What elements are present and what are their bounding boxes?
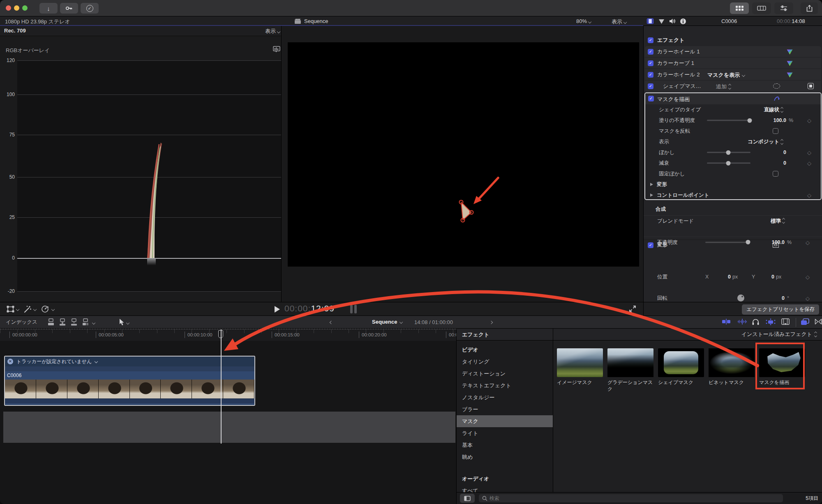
viewer-title[interactable]: Sequence [304,18,328,24]
param-control-points-disclosure[interactable]: コントロールポイント ◇ [645,190,821,200]
timeline-ruler[interactable]: 00:00:00:00 00:00:05:00 00:00:10:00 00:0… [0,329,456,341]
chevron-right-icon[interactable] [490,321,493,324]
mask-add-menu[interactable]: 追加 [716,83,731,90]
falloff-slider[interactable] [707,163,750,164]
insert-clip-icon[interactable] [59,318,66,327]
chevron-down-icon[interactable] [95,360,98,363]
checkbox-checked[interactable]: ✓ [648,83,653,89]
transitions-browser-toggle[interactable] [815,318,822,326]
keyword-editor-button[interactable] [60,3,78,14]
save-effects-preset-button[interactable]: エフェクトプリセットを保存 [742,304,819,315]
installed-effects-menu[interactable]: インストール済みエフェクト [553,329,822,341]
checkbox-checked[interactable]: ✓ [648,49,653,55]
category-text-effects[interactable]: テキストエフェクト [457,380,553,391]
solo-headphones-icon[interactable] [752,318,760,327]
keyframe-diamond-icon[interactable]: ◇ [807,160,811,166]
close-icon[interactable]: ✕ [7,359,13,364]
browser-view-button[interactable] [730,2,749,14]
tracker-banner[interactable]: ✕ トラッカーが設定されていません [5,357,254,366]
feather-slider[interactable] [707,152,750,153]
import-media-button[interactable]: ↓ [39,3,58,14]
timeline-gap-band[interactable] [3,412,455,443]
chevron-down-icon[interactable] [126,321,129,324]
category-distortion[interactable]: ディストーション [457,368,553,380]
position-y-field[interactable]: 0 [757,274,774,280]
category-audio[interactable]: オーディオ [457,473,553,485]
filmstrip-view-button[interactable] [752,2,771,14]
select-tool-icon[interactable] [118,318,125,327]
keyframe-diamond-icon[interactable]: ◇ [807,150,811,156]
checkbox-checked[interactable]: ✓ [648,60,653,66]
info-inspector-icon[interactable] [680,18,686,26]
append-clip-icon[interactable] [70,318,78,327]
audio-inspector-icon[interactable] [669,18,676,25]
disclosure-triangle-icon[interactable] [650,193,653,197]
category-light[interactable]: ライト [457,427,553,439]
category-blur[interactable]: ブラー [457,403,553,415]
keyframe-diamond-icon[interactable]: ◇ [807,117,811,124]
chevron-down-icon[interactable] [33,308,37,311]
effect-row-shape-mask[interactable]: ✓ シェイプマス… 追加 [645,81,821,92]
effect-vignette-mask[interactable] [709,348,755,377]
checkbox-unchecked[interactable] [773,128,778,134]
expand-viewer-icon[interactable] [629,305,636,314]
category-tiling[interactable]: タイリング [457,356,553,368]
transform-onscreen-icon[interactable] [773,242,779,248]
category-masks-selected[interactable]: マスク [457,415,553,427]
color-inspector-icon[interactable] [658,18,665,25]
keyframe-diamond-icon[interactable]: ◇ [806,295,810,301]
chevron-down-icon[interactable] [16,308,19,311]
timeline-playhead[interactable] [221,329,222,444]
effect-row-color-wheel-2[interactable]: ✓ カラーホイール 2 マスクを表示 [645,69,821,81]
position-x-field[interactable]: 0 [713,274,731,280]
keyframe-diamond-icon[interactable]: ◇ [806,274,810,280]
effect-row-color-curves-1[interactable]: ✓ カラーカーブ 1 [645,58,821,69]
blend-mode-menu[interactable]: 標準 [771,217,785,224]
timeline-clip[interactable]: ✕ トラッカーが設定されていません C0006 [4,356,255,406]
checkbox-checked[interactable]: ✓ [648,242,653,248]
chevron-down-icon[interactable] [51,308,55,311]
skimming-icon[interactable] [765,318,776,327]
transform-tool-icon[interactable] [7,306,14,314]
minimize-window-icon[interactable] [14,5,19,11]
param-transform-disclosure[interactable]: 変形 [645,179,821,190]
chevron-left-icon[interactable] [330,321,333,324]
category-looks[interactable]: 眺め [457,451,553,463]
close-window-icon[interactable] [6,5,11,11]
checkbox-checked[interactable]: ✓ [648,72,653,78]
effect-image-mask[interactable] [557,348,603,377]
checkbox-checked[interactable]: ✓ [648,96,654,101]
sidebar-toggle-button[interactable] [460,494,475,503]
share-button[interactable] [801,2,818,14]
mask-target-icon[interactable] [808,83,814,89]
ellipse-mask-icon[interactable] [773,83,780,89]
background-tasks-button[interactable]: ✓ [81,3,99,14]
keyframe-diamond-icon[interactable]: ◇ [807,192,811,198]
enhancements-wand-icon[interactable] [24,305,32,314]
category-basics[interactable]: 基本 [457,439,553,451]
effect-row-draw-mask[interactable]: ✓ マスクを描画 [645,93,821,104]
scope-view-menu[interactable]: 表示 [265,28,280,35]
play-button[interactable] [275,306,280,313]
scope-settings-icon[interactable] [273,46,280,54]
audio-meters-icon[interactable] [350,305,357,313]
clip-appearance-icon[interactable] [781,318,790,326]
checkbox-unchecked[interactable] [773,171,778,177]
rotation-dial[interactable] [737,295,744,301]
view-mode-menu[interactable]: コンポジット [748,138,783,145]
inspector-toggle-button[interactable] [774,2,793,14]
connect-clip-icon[interactable] [47,318,55,327]
effects-search-input[interactable] [479,494,783,502]
trim-option-icon[interactable] [722,318,731,326]
view-mask-menu[interactable]: マスクを表示 [707,71,745,79]
checkbox-checked[interactable]: ✓ [648,37,653,43]
effects-browser-toggle[interactable] [801,318,809,327]
category-nostalgia[interactable]: ノスタルジー [457,391,553,403]
viewer-zoom-menu[interactable]: 80% [576,18,591,24]
disclosure-triangle-icon[interactable] [650,183,653,186]
zoom-window-icon[interactable] [22,5,28,11]
effect-shape-mask[interactable] [658,348,704,377]
viewer-canvas[interactable] [288,42,639,267]
chevron-down-icon[interactable] [92,321,95,324]
overwrite-clip-icon[interactable] [82,318,89,327]
